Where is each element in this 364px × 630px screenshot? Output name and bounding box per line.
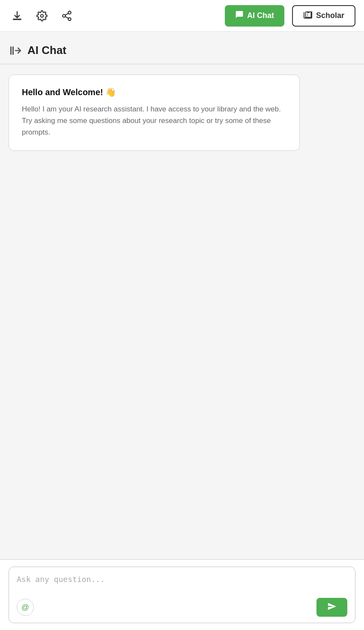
mention-button[interactable]: @: [17, 599, 34, 616]
send-button[interactable]: [316, 598, 347, 617]
chat-area: Hello and Welcome! 👋 Hello! I am your AI…: [0, 64, 364, 559]
welcome-heading: Hello and Welcome! 👋: [22, 87, 286, 97]
ai-chat-label: AI Chat: [247, 11, 274, 20]
toolbar: AI Chat Scholar: [0, 0, 364, 32]
scholar-button[interactable]: Scholar: [292, 5, 355, 27]
download-button[interactable]: [9, 7, 26, 24]
welcome-card: Hello and Welcome! 👋 Hello! I am your AI…: [9, 75, 300, 151]
input-actions: @: [17, 598, 347, 617]
share-icon: [61, 10, 72, 21]
svg-rect-0: [13, 19, 21, 20]
breadcrumb-arrow-icon: [10, 46, 23, 55]
ai-chat-button[interactable]: AI Chat: [225, 5, 284, 27]
input-bar-wrapper: @: [0, 559, 364, 630]
svg-rect-7: [10, 46, 12, 55]
book-icon: [303, 10, 313, 21]
share-button[interactable]: [58, 7, 75, 24]
svg-point-1: [41, 14, 44, 17]
chat-input[interactable]: [17, 575, 347, 593]
svg-rect-8: [12, 46, 14, 55]
chat-bubble-icon: [235, 10, 244, 21]
breadcrumb: AI Chat: [0, 32, 364, 64]
breadcrumb-title: AI Chat: [27, 44, 66, 57]
svg-line-5: [65, 16, 68, 18]
send-icon: [327, 602, 337, 613]
download-icon: [12, 10, 23, 21]
svg-line-6: [65, 13, 68, 15]
settings-button[interactable]: [33, 7, 51, 24]
welcome-body: Hello! I am your AI research assistant. …: [22, 103, 286, 138]
input-bar: @: [9, 567, 355, 623]
at-icon: @: [21, 603, 29, 612]
scholar-label: Scholar: [316, 11, 344, 20]
gear-icon: [36, 10, 48, 21]
